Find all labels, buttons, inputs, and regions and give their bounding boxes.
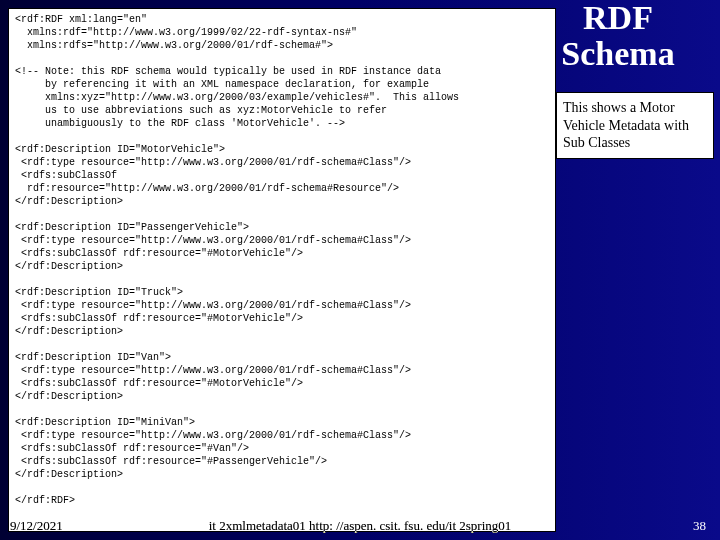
code-box: <rdf:RDF xml:lang="en" xmlns:rdf="http:/… [8, 8, 556, 532]
description-note: This shows a Motor Vehicle Metadata with… [556, 92, 714, 159]
slide-footer: 9/12/2021 it 2xmlmetadata01 http: //aspe… [0, 516, 720, 536]
footer-page-number: 38 [693, 518, 706, 534]
title-line-2: Schema [561, 35, 674, 72]
footer-center: it 2xmlmetadata01 http: //aspen. csit. f… [209, 518, 512, 534]
slide-title: RDF Schema [528, 0, 708, 71]
footer-date: 9/12/2021 [10, 518, 63, 534]
title-line-1: RDF [583, 0, 653, 36]
rdf-code: <rdf:RDF xml:lang="en" xmlns:rdf="http:/… [15, 13, 549, 507]
